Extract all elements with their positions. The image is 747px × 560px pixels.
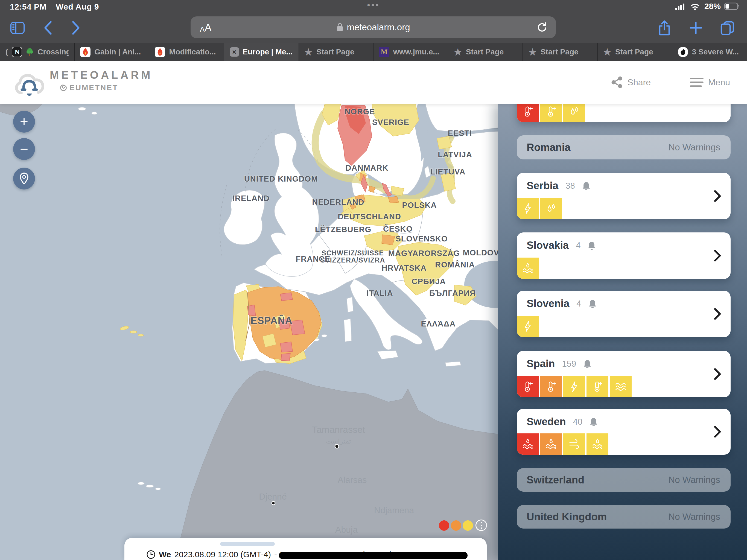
bell-icon [588, 241, 596, 250]
warning-count: 40 [573, 417, 583, 427]
no-warnings-label: No Warnings [668, 142, 720, 153]
country-card-romania[interactable]: RomaniaNo Warnings [517, 135, 730, 159]
timeline-scrubber-bar[interactable] [279, 552, 468, 559]
brand-subtitle: EUMETNET [70, 83, 118, 92]
country-warning-list[interactable]: RomaniaNo WarningsSerbia38Slovakia4Slove… [498, 104, 747, 560]
country-name: United Kingdom [526, 511, 607, 523]
star-icon: ★ [528, 47, 537, 57]
apple-icon [678, 47, 688, 57]
map-label-country: HRVATSKA [382, 263, 427, 272]
battery-icon [724, 2, 741, 11]
country-card-slovakia[interactable]: Slovakia4 [517, 232, 730, 279]
multitask-dots-icon[interactable]: ••• [367, 1, 380, 10]
country-name: Romania [526, 142, 570, 153]
tab-gabin-ani[interactable]: Gabin | Ani... [75, 43, 149, 61]
star-icon: ★ [603, 47, 611, 57]
tab-crossing-w[interactable]: (NCrossing W [0, 43, 75, 61]
wind-yellow-icon [563, 433, 585, 455]
country-card-spain[interactable]: Spain159 [517, 351, 730, 397]
share-nodes-icon [611, 76, 623, 88]
chevron-right-icon[interactable] [713, 367, 722, 381]
tab-start-page[interactable]: ★Start Page [523, 43, 597, 61]
tab-modificatio[interactable]: Modificatio... [149, 43, 224, 61]
tab-title: www.jmu.e... [393, 48, 439, 56]
jmu-icon: M [379, 47, 389, 57]
tab-europe-me[interactable]: ×Europe | Me... [224, 43, 299, 61]
country-card-switzerland[interactable]: SwitzerlandNo Warnings [517, 468, 730, 492]
legend-more-button[interactable] [475, 519, 487, 531]
legend-yellow-toggle[interactable] [463, 520, 473, 531]
warning-icon-row [517, 198, 562, 219]
tab-title: 3 Severe W... [692, 48, 739, 56]
plus-icon: + [20, 114, 28, 129]
tab-3-severe-w[interactable]: 3 Severe W... [672, 43, 747, 61]
map-label-country: LËTZEBUERG [315, 225, 371, 234]
drag-handle[interactable] [220, 542, 275, 546]
tab-title: Gabin | Ani... [94, 48, 141, 56]
tab-prefix: ( [5, 48, 8, 56]
map-label-country: EESTI [448, 129, 472, 137]
zoom-in-button[interactable]: + [13, 111, 35, 133]
locate-button[interactable] [13, 168, 35, 189]
map-label-country: ITALIA [366, 289, 393, 298]
lock-icon [336, 23, 343, 32]
country-card-sweden[interactable]: Sweden40 [517, 409, 730, 455]
map-label-city: Alarsas [338, 475, 367, 485]
back-button[interactable] [37, 17, 59, 39]
menu-button[interactable]: Menu [690, 61, 730, 104]
status-indicators: 28% [675, 2, 741, 11]
share-button[interactable] [653, 17, 675, 39]
share-site-label: Share [627, 77, 651, 87]
new-tab-button[interactable] [685, 17, 707, 39]
tab-www-jmu-e[interactable]: Mwww.jmu.e... [374, 43, 448, 61]
brand-block[interactable]: METEOALARM EUMETNET [50, 69, 153, 92]
tab-overview-button[interactable] [716, 17, 738, 39]
warning-icon-row [517, 433, 609, 455]
zoom-out-button[interactable]: − [13, 138, 35, 160]
location-pin-icon [19, 172, 29, 185]
eumetnet-swirl-icon [60, 84, 67, 92]
map-label-country: UNITED KINGDOM [244, 175, 318, 183]
tab-start-page[interactable]: ★Start Page [598, 43, 672, 61]
tab-title: Crossing W [37, 48, 69, 56]
warning-count: 4 [576, 240, 581, 251]
tab-start-page[interactable]: ★Start Page [299, 43, 374, 61]
map-label-city: Ndjamena [374, 505, 414, 515]
country-card-slovenia[interactable]: Slovenia4 [517, 291, 730, 337]
thermo-plus-red-icon [517, 376, 539, 397]
tab-title: Start Page [541, 48, 578, 56]
legend-orange-toggle[interactable] [451, 520, 461, 531]
share-site-button[interactable]: Share [611, 61, 651, 104]
notion-icon: N [12, 47, 22, 57]
sidebar-toggle-button[interactable] [6, 17, 28, 39]
chevron-right-icon[interactable] [713, 249, 722, 262]
address-bar[interactable]: AA meteoalarm.org [190, 17, 556, 38]
tab-start-page[interactable]: ★Start Page [448, 43, 523, 61]
status-date: Wed Aug 9 [56, 2, 99, 11]
map-label-country: SVERIGE [372, 118, 409, 127]
url-display[interactable]: meteoalarm.org [190, 17, 556, 38]
map-label-country: ČESKO [383, 224, 413, 233]
map-label-country: SLOVENSKO [395, 234, 447, 243]
country-card-serbia[interactable]: Serbia38 [517, 173, 730, 219]
chevron-right-icon[interactable] [713, 189, 722, 203]
chevron-right-icon[interactable] [713, 425, 722, 438]
warning-count: 159 [562, 359, 576, 369]
forward-button[interactable] [65, 17, 87, 39]
close-icon: × [230, 47, 239, 57]
flame-icon [80, 47, 91, 57]
map-label-country: MAGYARORSZÁG [388, 249, 460, 258]
map-label-country: NEDERLAND [312, 198, 364, 206]
tab-title: Start Page [466, 48, 504, 56]
flood-orange-icon [540, 433, 562, 455]
warning-count: 4 [576, 299, 581, 309]
country-card-partial[interactable] [517, 104, 730, 122]
country-card-united-kingdom[interactable]: United KingdomNo Warnings [517, 505, 730, 529]
country-name: Serbia [526, 180, 558, 192]
reload-button[interactable] [536, 21, 549, 34]
chevron-right-icon[interactable] [713, 307, 722, 321]
map-label-country: SCHWEIZ/SUISSE [321, 249, 384, 257]
bell-icon [582, 182, 590, 190]
warning-icon-row [517, 376, 632, 397]
legend-red-toggle[interactable] [439, 520, 449, 531]
